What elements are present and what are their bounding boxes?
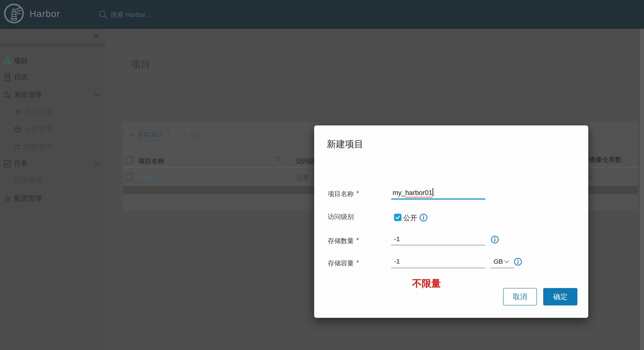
required-asterisk: * xyxy=(356,259,359,266)
harbor-lighthouse-logo-icon[interactable] xyxy=(4,3,24,24)
sidebar-nav: « 项目 日志 系统管理 xyxy=(0,29,105,350)
unit-select[interactable]: GB xyxy=(494,258,503,265)
system-admin-icon xyxy=(3,91,12,99)
row-checkbox[interactable] xyxy=(125,173,132,181)
sidebar-item-garbage-collection[interactable]: 垃圾清理 xyxy=(0,172,105,189)
sidebar-divider xyxy=(0,43,105,47)
projects-icon xyxy=(3,56,12,65)
check-icon xyxy=(395,214,401,220)
project-name-input[interactable]: my_harbor01 xyxy=(392,188,433,197)
info-icon[interactable] xyxy=(514,258,522,266)
sidebar-item-user-management[interactable]: 用户管理 xyxy=(0,104,105,121)
required-asterisk: * xyxy=(356,236,359,243)
brand-title: Harbor xyxy=(30,9,60,19)
search-icon xyxy=(98,10,108,20)
tasks-icon xyxy=(3,159,12,168)
ok-button[interactable]: 确定 xyxy=(543,288,578,305)
column-header-repo-count: 镜像仓库数 xyxy=(589,155,622,164)
sidebar-item-label: 同步管理 xyxy=(24,142,52,152)
column-header-project-name: 项目名称 xyxy=(138,157,164,166)
app-header: Harbor 搜索 Harbor... xyxy=(0,0,644,29)
text-caret xyxy=(432,188,433,196)
filter-funnel-icon[interactable] xyxy=(276,157,281,162)
focused-input-underline xyxy=(391,198,485,199)
access-level-label: 访问级别 xyxy=(328,212,354,221)
modal-title: 新建项目 xyxy=(327,138,363,150)
input-value-spellcheck: harbor01 xyxy=(406,189,432,196)
registry-icon xyxy=(14,126,21,133)
unlimited-annotation: 不限量 xyxy=(412,277,441,290)
input-underline xyxy=(391,268,485,268)
sidebar-collapse-icon[interactable]: « xyxy=(93,30,99,41)
page-scrollbar[interactable] xyxy=(640,29,644,350)
project-name-label: 项目名称* xyxy=(328,189,359,198)
select-chevron-down-icon[interactable] xyxy=(504,260,509,263)
public-checkbox-label: 公开 xyxy=(403,213,417,223)
sidebar-item-label: 垃圾清理 xyxy=(14,176,41,185)
sidebar-item-tasks[interactable]: 任务 xyxy=(0,155,105,172)
project-name-label-text: 项目名称 xyxy=(328,190,354,197)
delete-button[interactable]: × 删除 xyxy=(182,130,202,141)
new-project-label: 新建项目 xyxy=(138,131,162,139)
harbor-app: Harbor 搜索 Harbor... « 项目 日志 xyxy=(0,0,644,350)
chevron-down-icon[interactable] xyxy=(94,162,100,165)
delete-label: 删除 xyxy=(190,132,202,140)
sidebar-item-label: 系统管理 xyxy=(14,90,42,100)
project-repo-count: 0 xyxy=(589,173,593,180)
project-access-level: 公开 xyxy=(296,174,309,182)
sidebar-item-replication-management[interactable]: 同步管理 xyxy=(0,138,105,156)
sidebar-item-label: 日志 xyxy=(14,72,28,82)
new-project-button[interactable]: + 新建项目 xyxy=(123,129,170,140)
sidebar-item-label: 任务 xyxy=(14,159,28,168)
required-asterisk: * xyxy=(356,189,359,196)
count-limit-label-text: 存储数量 xyxy=(328,237,354,244)
chevron-down-icon[interactable] xyxy=(94,93,100,97)
sidebar-item-label: 配置管理 xyxy=(14,194,42,203)
sidebar-item-configuration[interactable]: 配置管理 xyxy=(0,190,105,207)
global-search[interactable]: 搜索 Harbor... xyxy=(98,9,190,21)
public-checkbox[interactable] xyxy=(394,214,402,221)
sidebar-item-label: 项目 xyxy=(14,56,28,66)
replication-icon xyxy=(14,143,21,151)
info-icon[interactable] xyxy=(419,213,428,222)
config-gear-icon xyxy=(3,194,12,203)
select-underline xyxy=(490,268,514,268)
select-all-checkbox[interactable] xyxy=(125,156,132,164)
page-title: 项目 xyxy=(130,57,151,71)
sidebar-item-system-admin[interactable]: 系统管理 xyxy=(0,86,105,104)
input-underline xyxy=(391,245,485,245)
count-limit-label: 存储数量* xyxy=(328,236,359,245)
search-placeholder: 搜索 Harbor... xyxy=(110,10,150,19)
users-icon xyxy=(14,109,21,116)
sidebar-item-logs[interactable]: 日志 xyxy=(0,68,105,86)
plus-icon: + xyxy=(130,131,135,139)
storage-limit-input[interactable]: -1 xyxy=(394,258,400,265)
delete-x-icon: × xyxy=(182,132,187,140)
sidebar-item-label: 用户管理 xyxy=(24,108,52,117)
input-value-plain: my_ xyxy=(392,189,406,196)
info-icon[interactable] xyxy=(491,235,499,244)
storage-limit-label-text: 存储容量 xyxy=(328,260,354,267)
logs-icon xyxy=(3,73,12,82)
cancel-button[interactable]: 取消 xyxy=(503,288,537,305)
sidebar-item-registry-management[interactable]: 仓库管理 xyxy=(0,121,105,138)
count-limit-input[interactable]: -1 xyxy=(394,235,400,243)
new-project-modal: 新建项目 项目名称* my_harbor01 访问级别 公开 存储数量* -1 xyxy=(314,125,588,318)
project-name-link[interactable]: library xyxy=(138,174,156,181)
sidebar-item-label: 仓库管理 xyxy=(24,125,52,134)
storage-limit-label: 存储容量* xyxy=(328,259,359,268)
sidebar-item-projects[interactable]: 项目 xyxy=(0,52,105,70)
